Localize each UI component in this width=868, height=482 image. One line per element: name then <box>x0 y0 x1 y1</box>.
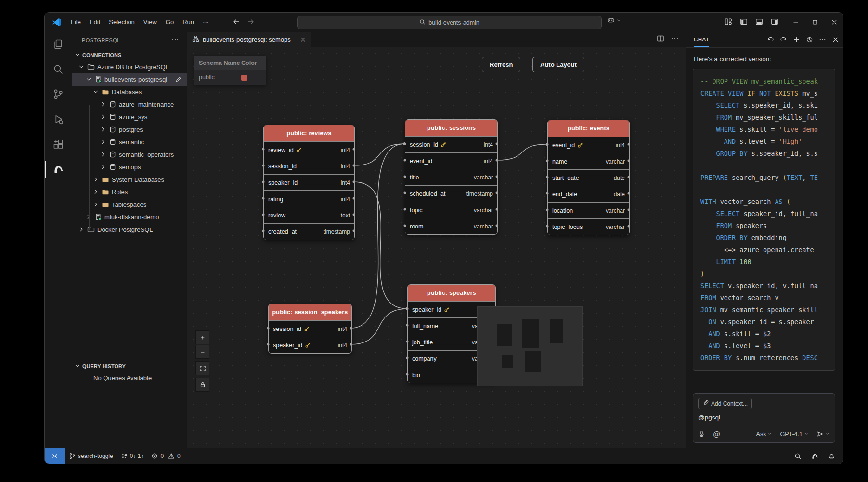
field-speaker_id[interactable]: speaker_idint4 <box>269 337 351 353</box>
split-editor-icon[interactable] <box>657 35 664 44</box>
copilot-icon[interactable] <box>607 16 615 24</box>
field-event_id[interactable]: event_idint4 <box>405 152 497 169</box>
branch-name: search-toggle <box>78 453 113 459</box>
field-name[interactable]: namevarchar <box>548 153 629 169</box>
schema-diagram-canvas[interactable]: public: reviewsreview_idint4session_idin… <box>187 47 686 449</box>
server-icon <box>94 213 102 221</box>
forward-arrow[interactable] <box>247 18 255 25</box>
chat-input-value[interactable]: @pgsql <box>698 414 830 421</box>
toggle-primary-sidebar-icon[interactable] <box>740 18 748 27</box>
menu-file[interactable]: File <box>66 18 85 25</box>
problems-indicator[interactable]: 0 0 <box>147 448 184 464</box>
menu-edit[interactable]: Edit <box>85 18 104 25</box>
chat-redo-icon[interactable] <box>780 36 787 43</box>
canvas-zoom-controls <box>195 330 209 392</box>
field-title[interactable]: titlevarchar <box>405 169 497 185</box>
auto-layout-button[interactable]: Auto Layout <box>532 57 584 72</box>
field-review_id[interactable]: review_idint4 <box>264 141 354 158</box>
customize-layout-icon[interactable] <box>725 18 732 27</box>
activity-run-debug[interactable] <box>45 107 72 132</box>
menu-go[interactable]: Go <box>161 18 178 25</box>
field-speaker_id[interactable]: speaker_idint4 <box>264 174 354 190</box>
copilot-menu[interactable] <box>607 16 622 24</box>
chat-close-icon[interactable] <box>832 36 839 43</box>
add-context-button[interactable]: Add Context... <box>698 398 752 409</box>
activity-extensions[interactable] <box>45 132 72 157</box>
field-scheduled_at[interactable]: scheduled_attimestamp <box>405 185 497 202</box>
field-topic_focus[interactable]: topic_focusvarchar <box>548 218 629 235</box>
diagram-minimap[interactable] <box>477 306 583 386</box>
connections-section-header[interactable]: CONNECTIONS <box>74 50 187 61</box>
field-start_date[interactable]: start_datedate <box>548 169 629 186</box>
field-room[interactable]: roomvarchar <box>405 218 497 234</box>
screencast-zoom-icon[interactable] <box>790 453 805 460</box>
activity-explorer[interactable] <box>45 32 72 57</box>
field-session_id[interactable]: session_idint4 <box>269 320 351 337</box>
field-end_date[interactable]: end_datedate <box>548 186 629 202</box>
command-search-box[interactable]: build-events-admin <box>297 16 602 29</box>
field-rating[interactable]: ratingint4 <box>264 190 354 207</box>
toggle-secondary-sidebar-icon[interactable] <box>771 18 778 27</box>
chat-more-icon[interactable] <box>819 36 826 43</box>
tab-chat[interactable]: CHAT <box>694 32 709 47</box>
menu-view[interactable]: View <box>139 18 161 25</box>
toggle-panel-icon[interactable] <box>755 18 763 27</box>
menu-run[interactable]: Run <box>178 18 198 25</box>
zoom-out-button[interactable] <box>195 345 209 359</box>
minimize-icon[interactable] <box>786 13 805 32</box>
branch-indicator[interactable]: search-toggle <box>65 448 117 464</box>
query-history-section-header[interactable]: QUERY HISTORY <box>74 361 187 371</box>
activity-search[interactable] <box>45 57 72 82</box>
tree-item-buildevents-postgresql[interactable]: buildevents-postgresql <box>72 73 187 86</box>
remote-indicator[interactable] <box>45 448 65 464</box>
send-button[interactable] <box>816 431 830 438</box>
back-arrow[interactable] <box>233 18 240 25</box>
tab-schema-visualization[interactable]: buildevents-postgresql: semops <box>187 32 311 47</box>
field-event_id[interactable]: event_idint4 <box>548 137 629 153</box>
sync-indicator[interactable]: 0↓ 1↑ <box>117 448 148 464</box>
refresh-button[interactable]: Refresh <box>482 57 520 72</box>
erd-table-reviews[interactable]: public: reviewsreview_idint4session_idin… <box>263 125 355 240</box>
window-close-icon[interactable] <box>825 13 843 32</box>
field-location[interactable]: locationvarchar <box>548 202 629 218</box>
fit-view-button[interactable] <box>195 361 209 375</box>
chat-history-icon[interactable] <box>806 36 813 43</box>
code-line: SELECT v.speaker_id, v.full_na <box>700 280 835 292</box>
mention-icon[interactable]: @ <box>713 430 720 438</box>
sidebar-more-icon[interactable] <box>171 36 179 45</box>
menu-selection[interactable]: Selection <box>104 18 139 25</box>
forward-icon[interactable] <box>247 18 255 27</box>
minimap-node <box>497 324 512 346</box>
chevron-down-icon <box>74 51 81 59</box>
model-dropdown[interactable]: GPT-4.1 <box>780 431 809 438</box>
activity-postgresql[interactable] <box>45 157 72 182</box>
chat-input-box[interactable]: Add Context... @pgsql @ Ask GPT-4.1 <box>693 393 835 443</box>
erd-table-events[interactable]: public: eventsevent_idint4namevarcharsta… <box>547 120 630 235</box>
field-session_id[interactable]: session_idint4 <box>264 158 354 174</box>
mode-dropdown[interactable]: Ask <box>756 431 773 438</box>
more-icon[interactable] <box>171 36 179 43</box>
tab-close-icon[interactable] <box>300 37 306 43</box>
edit-connection-icon[interactable] <box>175 76 182 83</box>
tree-item-azure-db-for-postgresql[interactable]: Azure DB for PostgreSQL <box>72 61 187 73</box>
tree-item-label: Docker PostgreSQL <box>97 226 153 233</box>
field-topic[interactable]: topicvarchar <box>405 202 497 218</box>
erd-table-session_speakers[interactable]: public: session_speakerssession_idint4sp… <box>268 304 352 354</box>
editor-more-icon[interactable] <box>671 35 679 44</box>
zoom-in-button[interactable] <box>195 330 209 344</box>
chat-new-chat-icon[interactable] <box>793 36 800 43</box>
back-icon[interactable] <box>233 18 240 27</box>
maximize-icon[interactable] <box>805 13 825 32</box>
activity-source-control[interactable] <box>45 82 72 107</box>
tree-item-databases[interactable]: Databases <box>72 86 187 98</box>
lock-button[interactable] <box>195 378 209 392</box>
field-created_at[interactable]: created_attimestamp <box>264 223 354 240</box>
erd-table-sessions[interactable]: public: sessionssession_idint4event_idin… <box>405 119 498 235</box>
field-review[interactable]: reviewtext <box>264 207 354 223</box>
postgresql-elephant-icon[interactable] <box>807 453 822 460</box>
field-session_id[interactable]: session_idint4 <box>405 136 497 152</box>
menu-more[interactable]: ⋯ <box>198 18 213 25</box>
mic-icon[interactable] <box>698 431 705 438</box>
notifications-bell-icon[interactable] <box>824 453 839 460</box>
chat-undo-icon[interactable] <box>767 36 774 43</box>
